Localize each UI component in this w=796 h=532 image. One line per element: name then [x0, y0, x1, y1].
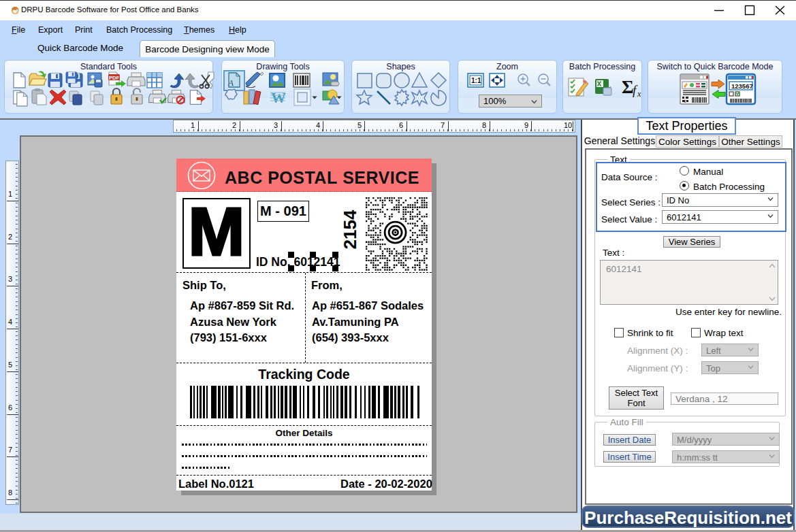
svg-text:1:1: 1:1 [471, 77, 481, 84]
svg-text:Σ: Σ [622, 77, 634, 97]
svg-text:123567: 123567 [731, 82, 753, 90]
svg-text:PDF: PDF [109, 75, 119, 81]
svg-text:x: x [637, 89, 641, 99]
svg-text:2: 2 [684, 99, 686, 103]
svg-text:A: A [227, 78, 234, 88]
